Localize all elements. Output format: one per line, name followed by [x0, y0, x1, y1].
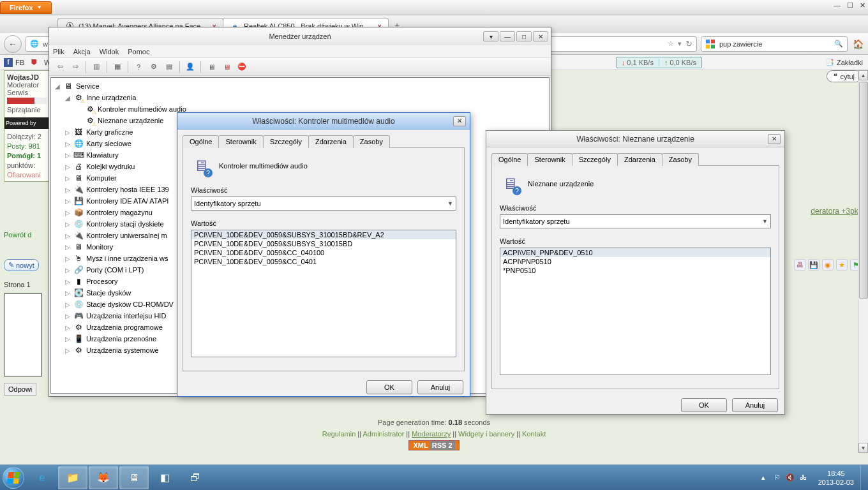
- help-dropdown-icon[interactable]: ▾: [483, 31, 498, 41]
- cancel-button[interactable]: Anuluj: [417, 380, 463, 394]
- site-identity-icon[interactable]: 🌐: [30, 40, 39, 48]
- tab-driver[interactable]: Sterownik: [527, 153, 572, 166]
- menu-help[interactable]: Pomoc: [128, 48, 149, 56]
- maximize-button[interactable]: ☐: [847, 1, 853, 10]
- scroll-down-icon[interactable]: ▼: [858, 443, 868, 453]
- nav-forward-icon[interactable]: ⇨: [68, 60, 82, 74]
- taskbar-devmgr[interactable]: 🖥: [119, 466, 149, 489]
- xml-rss-badge[interactable]: XMLRSS 2: [408, 440, 459, 450]
- maximize-icon[interactable]: □: [516, 31, 532, 41]
- page-scrollbar[interactable]: ▲ ▼: [858, 70, 868, 453]
- taskbar-explorer[interactable]: 📁: [58, 466, 87, 489]
- search-bar[interactable]: pup zawiercie 🔍: [701, 36, 848, 52]
- expand-icon[interactable]: ▷: [64, 152, 71, 159]
- taskbar-firefox[interactable]: 🦊: [89, 466, 118, 489]
- tray-expand-icon[interactable]: ▴: [758, 473, 769, 482]
- tab-events[interactable]: Zdarzenia: [308, 135, 354, 148]
- volume-icon[interactable]: 🔇: [786, 473, 795, 482]
- moderator-points-link[interactable]: deratora +3pkt: [811, 207, 860, 216]
- minimize-icon[interactable]: —: [500, 31, 515, 41]
- expand-icon[interactable]: ▷: [64, 244, 71, 251]
- ok-button[interactable]: OK: [366, 380, 412, 394]
- network-icon[interactable]: 🖧: [800, 473, 807, 482]
- tab-driver[interactable]: Sterownik: [218, 135, 263, 148]
- list-item[interactable]: ACPI\VEN_PNP&DEV_0510: [500, 248, 770, 257]
- close-icon[interactable]: ✕: [533, 31, 548, 41]
- footer-link[interactable]: Kontakt: [522, 430, 546, 438]
- new-topic-button[interactable]: ✎nowyt: [4, 259, 39, 271]
- google-icon[interactable]: [705, 39, 715, 49]
- window-titlebar[interactable]: Menedżer urządzeń ▾ — □ ✕: [49, 27, 551, 45]
- menu-action[interactable]: Akcja: [73, 48, 91, 56]
- home-button[interactable]: 🏠: [851, 38, 864, 50]
- reply-textarea[interactable]: [4, 293, 42, 376]
- close-icon[interactable]: ✕: [768, 134, 781, 144]
- view-icon[interactable]: ▤: [162, 60, 176, 74]
- user-name[interactable]: WojtasJD: [7, 73, 47, 81]
- properties-icon[interactable]: ▦: [110, 60, 124, 74]
- expand-icon[interactable]: ▷: [64, 209, 71, 216]
- cancel-button[interactable]: Anuluj: [732, 398, 778, 412]
- action-icon[interactable]: ⚙: [147, 60, 161, 74]
- list-item[interactable]: PCI\VEN_10DE&DEV_0059&CC_040100: [191, 248, 456, 257]
- back-button[interactable]: ←: [4, 35, 22, 53]
- update-driver-icon[interactable]: 🖥: [204, 60, 218, 74]
- close-button[interactable]: ✕: [860, 1, 865, 10]
- tab-general[interactable]: Ogólne: [491, 153, 528, 166]
- flag-icon[interactable]: ⚐: [774, 473, 781, 482]
- show-desktop-button[interactable]: [860, 466, 868, 490]
- star-icon[interactable]: ★: [836, 259, 848, 271]
- expand-icon[interactable]: ▷: [64, 290, 71, 297]
- collapse-icon[interactable]: ◢: [54, 83, 61, 90]
- tray-clock[interactable]: 18:45 2013-02-03: [812, 469, 860, 487]
- tab-details[interactable]: Szczegóły: [572, 153, 618, 166]
- footer-link[interactable]: Moderatorzy: [412, 430, 451, 438]
- expand-icon[interactable]: ▷: [64, 163, 71, 170]
- value-listbox[interactable]: PCI\VEN_10DE&DEV_0059&SUBSYS_310015BD&RE…: [191, 230, 456, 357]
- footer-link[interactable]: Administrator: [363, 430, 405, 438]
- ok-button[interactable]: OK: [681, 398, 727, 412]
- expand-icon[interactable]: ▷: [64, 267, 71, 274]
- dialog-titlebar[interactable]: Właściwości: Nieznane urządzenie ✕: [486, 131, 784, 147]
- footer-link[interactable]: Widgety i bannery: [458, 430, 514, 438]
- scroll-up-icon[interactable]: ▲: [858, 70, 868, 80]
- dialog-titlebar[interactable]: Właściwości: Kontroler multimediów audio…: [177, 113, 470, 130]
- quote-button[interactable]: ❝cytuj: [827, 70, 862, 82]
- tree-category[interactable]: ◢⚙Inne urządzenia: [52, 92, 548, 103]
- firefox-menu-button[interactable]: Firefox▼: [0, 1, 52, 14]
- menu-file[interactable]: Plik: [53, 48, 64, 56]
- url-dropdown-icon[interactable]: ▾: [678, 40, 682, 48]
- save-icon[interactable]: 💾: [808, 259, 819, 271]
- nav-back-icon[interactable]: ⇦: [53, 60, 67, 74]
- start-button[interactable]: [0, 465, 27, 491]
- expand-icon[interactable]: ▷: [64, 186, 71, 193]
- list-item[interactable]: ACPI\PNP0510: [500, 257, 770, 266]
- property-select[interactable]: Identyfikatory sprzętu▼: [191, 197, 456, 211]
- help-icon[interactable]: ?: [131, 60, 146, 74]
- close-icon[interactable]: ✕: [453, 116, 466, 126]
- expand-icon[interactable]: ▷: [64, 255, 71, 262]
- taskbar-app[interactable]: ◧: [150, 466, 179, 489]
- expand-icon[interactable]: ▷: [64, 347, 71, 354]
- back-link[interactable]: Powrót d: [4, 231, 31, 239]
- list-item[interactable]: PCI\VEN_10DE&DEV_0059&CC_0401: [191, 257, 456, 266]
- reload-icon[interactable]: ↻: [685, 39, 692, 48]
- collapse-icon[interactable]: ◢: [64, 94, 71, 101]
- scan-hardware-icon[interactable]: 👤: [183, 60, 197, 74]
- minimize-button[interactable]: —: [834, 1, 841, 10]
- disable-icon[interactable]: ⛔: [235, 60, 249, 74]
- expand-icon[interactable]: ▷: [64, 140, 71, 147]
- refresh-icon[interactable]: ◉: [822, 259, 834, 271]
- uninstall-icon[interactable]: 🖥: [220, 60, 234, 74]
- expand-icon[interactable]: ▷: [64, 336, 71, 343]
- bookmarks-menu[interactable]: 📑Zakładki: [825, 58, 863, 66]
- expand-icon[interactable]: ▷: [64, 313, 71, 320]
- bookmark-star-icon[interactable]: ☆: [668, 40, 674, 48]
- property-select[interactable]: Identyfikatory sprzętu▼: [500, 214, 771, 228]
- scroll-thumb[interactable]: [859, 82, 868, 299]
- show-hide-tree-icon[interactable]: ▥: [89, 60, 103, 74]
- list-item[interactable]: *PNP0510: [500, 266, 770, 275]
- taskbar-ie[interactable]: e: [27, 466, 57, 489]
- tab-events[interactable]: Zdarzenia: [617, 153, 662, 166]
- reply-button[interactable]: Odpowi: [4, 383, 36, 396]
